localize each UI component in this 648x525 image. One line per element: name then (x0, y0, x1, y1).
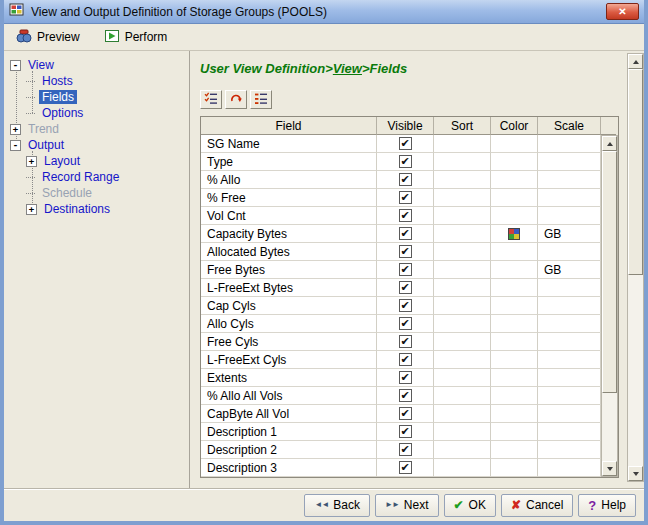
title-bar[interactable]: View and Output Definition of Storage Gr… (4, 0, 644, 24)
scale-cell[interactable] (538, 333, 601, 351)
color-cell[interactable] (491, 441, 538, 459)
color-cell[interactable] (491, 225, 538, 243)
scale-cell[interactable] (538, 387, 601, 405)
table-scroll-up-button[interactable] (602, 136, 617, 151)
visible-checkbox[interactable]: ✔ (399, 317, 412, 330)
tree-item[interactable]: Hosts (4, 73, 189, 89)
sort-cell[interactable] (434, 279, 491, 297)
sort-cell[interactable] (434, 351, 491, 369)
scale-cell[interactable] (538, 441, 601, 459)
uncheck-all-fields-button[interactable] (250, 90, 272, 109)
tree-item[interactable]: Schedule (4, 185, 189, 201)
sort-cell[interactable] (434, 297, 491, 315)
field-name-cell[interactable]: Extents (201, 369, 377, 387)
field-name-cell[interactable]: Cap Cyls (201, 297, 377, 315)
scale-cell[interactable] (538, 189, 601, 207)
color-cell[interactable] (491, 207, 538, 225)
scale-cell[interactable]: GB (538, 225, 601, 243)
color-cell[interactable] (491, 135, 538, 153)
color-cell[interactable] (491, 171, 538, 189)
visible-checkbox[interactable]: ✔ (399, 155, 412, 168)
sort-cell[interactable] (434, 135, 491, 153)
tree-item[interactable]: + Layout (4, 153, 189, 169)
field-name-cell[interactable]: Description 3 (201, 459, 377, 477)
scale-cell[interactable] (538, 297, 601, 315)
tree-item[interactable]: + Trend (4, 121, 189, 137)
sort-cell[interactable] (434, 369, 491, 387)
field-name-cell[interactable]: Vol Cnt (201, 207, 377, 225)
visible-checkbox[interactable]: ✔ (399, 407, 412, 420)
field-name-cell[interactable]: L-FreeExt Cyls (201, 351, 377, 369)
sort-cell[interactable] (434, 387, 491, 405)
cancel-button[interactable]: ✘ Cancel (501, 494, 573, 517)
sort-cell[interactable] (434, 405, 491, 423)
col-header-scale[interactable]: Scale (538, 117, 601, 135)
sort-cell[interactable] (434, 171, 491, 189)
preview-button[interactable]: Preview (12, 26, 84, 49)
color-cell[interactable] (491, 333, 538, 351)
color-cell[interactable] (491, 351, 538, 369)
visible-checkbox[interactable]: ✔ (399, 263, 412, 276)
visible-checkbox[interactable]: ✔ (399, 443, 412, 456)
visible-checkbox[interactable]: ✔ (399, 335, 412, 348)
scale-cell[interactable] (538, 279, 601, 297)
color-cell[interactable] (491, 297, 538, 315)
field-name-cell[interactable]: Free Bytes (201, 261, 377, 279)
col-header-color[interactable]: Color (491, 117, 538, 135)
tree-item[interactable]: Fields (4, 89, 189, 105)
scale-cell[interactable] (538, 207, 601, 225)
table-scroll-thumb[interactable] (602, 151, 617, 393)
visible-checkbox[interactable]: ✔ (399, 209, 412, 222)
tree-item[interactable]: - Output (4, 137, 189, 153)
scale-cell[interactable] (538, 351, 601, 369)
color-cell[interactable] (491, 459, 538, 477)
sort-cell[interactable] (434, 315, 491, 333)
field-name-cell[interactable]: Type (201, 153, 377, 171)
scale-cell[interactable] (538, 369, 601, 387)
scale-cell[interactable] (538, 135, 601, 153)
sort-cell[interactable] (434, 153, 491, 171)
color-cell[interactable] (491, 405, 538, 423)
col-header-visible[interactable]: Visible (377, 117, 434, 135)
visible-checkbox[interactable]: ✔ (399, 353, 412, 366)
tree-expander-icon[interactable]: - (10, 60, 21, 71)
color-cell[interactable] (491, 189, 538, 207)
panel-scroll-down-button[interactable] (628, 466, 643, 481)
visible-checkbox[interactable]: ✔ (399, 389, 412, 402)
field-name-cell[interactable]: % Allo All Vols (201, 387, 377, 405)
visible-checkbox[interactable]: ✔ (399, 371, 412, 384)
sort-cell[interactable] (434, 189, 491, 207)
visible-checkbox[interactable]: ✔ (399, 137, 412, 150)
color-cell[interactable] (491, 315, 538, 333)
scale-cell[interactable] (538, 153, 601, 171)
table-scrollbar[interactable] (601, 135, 618, 477)
scale-cell[interactable] (538, 459, 601, 477)
breadcrumb-view-link[interactable]: View (333, 61, 362, 76)
reset-fields-button[interactable] (225, 90, 247, 109)
scale-cell[interactable] (538, 171, 601, 189)
panel-scrollbar[interactable] (627, 53, 644, 482)
back-button[interactable]: ◄◄ Back (304, 494, 370, 517)
scale-cell[interactable] (538, 243, 601, 261)
table-scroll-down-button[interactable] (602, 461, 617, 476)
field-name-cell[interactable]: SG Name (201, 135, 377, 153)
color-cell[interactable] (491, 279, 538, 297)
sort-cell[interactable] (434, 423, 491, 441)
tree-item[interactable]: Record Range (4, 169, 189, 185)
field-name-cell[interactable]: Description 2 (201, 441, 377, 459)
panel-scroll-track[interactable] (628, 69, 643, 466)
color-cell[interactable] (491, 423, 538, 441)
scale-cell[interactable] (538, 405, 601, 423)
visible-checkbox[interactable]: ✔ (399, 461, 412, 474)
field-name-cell[interactable]: CapByte All Vol (201, 405, 377, 423)
tree-item[interactable]: Options (4, 105, 189, 121)
field-name-cell[interactable]: Capacity Bytes (201, 225, 377, 243)
field-name-cell[interactable]: % Allo (201, 171, 377, 189)
color-cell[interactable] (491, 243, 538, 261)
ok-button[interactable]: ✔ OK (444, 494, 496, 517)
sort-cell[interactable] (434, 333, 491, 351)
field-name-cell[interactable]: Free Cyls (201, 333, 377, 351)
tree-expander-icon[interactable]: + (26, 156, 37, 167)
scale-cell[interactable] (538, 423, 601, 441)
sort-cell[interactable] (434, 207, 491, 225)
